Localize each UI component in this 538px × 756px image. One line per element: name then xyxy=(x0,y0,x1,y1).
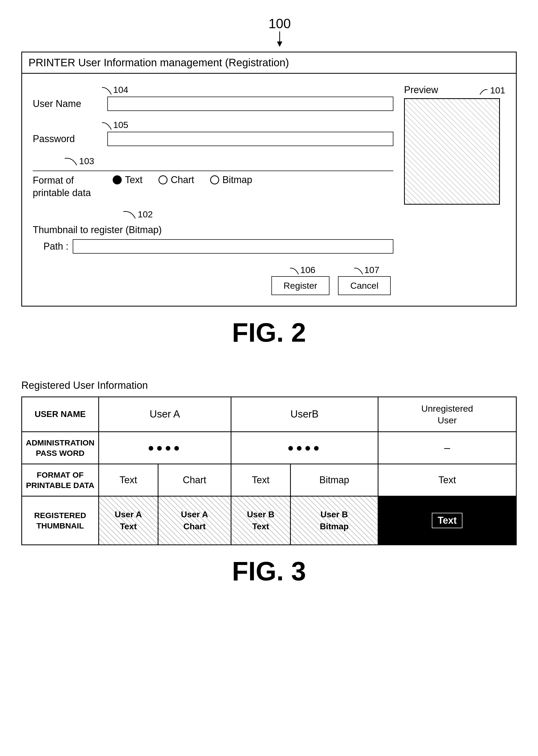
register-button[interactable]: Register xyxy=(271,276,330,295)
user-a-chart-hatch: User AChart xyxy=(158,496,231,544)
username-field-group: 104 User Name xyxy=(33,84,393,111)
preview-box xyxy=(404,98,500,205)
ref-100-label: 100 xyxy=(268,16,291,31)
user-a-text-format: Text xyxy=(98,464,158,496)
user-b-bitmap-format: Bitmap xyxy=(290,464,378,496)
ref-103-curve xyxy=(59,155,81,166)
printer-dialog: PRINTER User Information management (Reg… xyxy=(21,52,517,307)
text-option-label: Text xyxy=(125,174,142,185)
chart-option-label: Chart xyxy=(171,174,194,185)
col-header-username: USER NAME xyxy=(22,397,99,432)
svg-marker-1 xyxy=(277,41,282,47)
ref-106-curve xyxy=(285,265,301,275)
ref-104: 104 xyxy=(113,85,129,95)
user-b-text-label: User BText xyxy=(247,508,274,533)
unregistered-black-cell: Text xyxy=(378,496,516,544)
thumbnail-row-header: REGISTEREDTHUMBNAIL xyxy=(22,496,99,545)
format-text-option[interactable]: Text xyxy=(113,174,142,185)
unregistered-password: – xyxy=(378,432,516,464)
bitmap-radio[interactable] xyxy=(210,175,219,184)
user-b-bitmap-label: User BBitmap xyxy=(320,508,349,533)
thumbnail-label: Thumbnail to register (Bitmap) xyxy=(33,224,393,235)
user-a-text-label: User AText xyxy=(115,508,142,533)
admin-row-header: ADMINISTRATIONPASS WORD xyxy=(22,432,99,464)
fig3-label: FIG. 3 xyxy=(232,556,306,587)
table-thumbnail-row: REGISTEREDTHUMBNAIL User AText User ACha… xyxy=(22,496,516,545)
dialog-title: PRINTER User Information management (Reg… xyxy=(22,52,516,74)
ref-102: 102 xyxy=(138,209,153,219)
password-label: Password xyxy=(33,133,102,145)
ref-104-curve xyxy=(97,84,115,95)
user-b-bitmap-thumbnail: User BBitmap xyxy=(290,496,378,545)
user-a-chart-label: User AChart xyxy=(181,508,208,533)
password-input[interactable] xyxy=(107,132,393,146)
user-b-bitmap-hatch: User BBitmap xyxy=(291,496,378,544)
bitmap-option-label: Bitmap xyxy=(222,174,252,185)
format-options: Text Chart Bitmap xyxy=(113,174,252,185)
user-a-text-thumbnail: User AText xyxy=(98,496,158,545)
user-a-text-hatch: User AText xyxy=(99,496,158,544)
cancel-button[interactable]: Cancel xyxy=(338,276,391,295)
username-input[interactable] xyxy=(107,97,393,111)
col-unregistered: UnregisteredUser xyxy=(378,397,516,432)
format-bitmap-option[interactable]: Bitmap xyxy=(210,174,252,185)
ref-107-curve xyxy=(350,265,365,275)
unregistered-text-format: Text xyxy=(378,464,516,496)
ref-105: 105 xyxy=(113,120,129,130)
user-b-text-thumbnail: User BText xyxy=(231,496,290,545)
unregistered-thumbnail: Text xyxy=(378,496,516,545)
unregistered-text-label: Text xyxy=(432,513,462,528)
format-label: Format of printable data xyxy=(33,174,102,199)
path-row: Path : xyxy=(43,239,393,254)
preview-section: Preview 101 xyxy=(404,84,505,295)
format-section: 103 Format of printable data Text xyxy=(33,155,393,199)
preview-label: Preview xyxy=(404,84,438,96)
col-user-a: User A xyxy=(98,397,231,432)
ref-103: 103 xyxy=(79,156,94,166)
table-format-row: FORMAT OFPRINTABLE DATA Text Chart Text … xyxy=(22,464,516,496)
fig2-label: FIG. 2 xyxy=(232,317,306,348)
text-radio[interactable] xyxy=(113,175,122,184)
user-b-text-format: Text xyxy=(231,464,290,496)
username-label: User Name xyxy=(33,98,102,109)
user-a-password: ●●●● xyxy=(98,432,231,464)
ref-101: 101 xyxy=(490,85,505,96)
user-b-password: ●●●● xyxy=(231,432,378,464)
path-label: Path : xyxy=(43,241,69,252)
fig3-section: Registered User Information USER NAME Us… xyxy=(21,380,517,602)
user-b-text-hatch: User BText xyxy=(232,496,290,544)
ref-105-curve xyxy=(97,119,115,130)
format-chart-option[interactable]: Chart xyxy=(158,174,194,185)
password-field-group: 105 Password xyxy=(33,119,393,146)
user-a-chart-thumbnail: User AChart xyxy=(158,496,231,545)
path-input[interactable] xyxy=(73,239,393,254)
registered-title: Registered User Information xyxy=(21,380,148,391)
chart-radio[interactable] xyxy=(158,175,168,184)
ref-107: 107 xyxy=(364,265,380,275)
col-user-b: UserB xyxy=(231,397,378,432)
registered-info-table: USER NAME User A UserB UnregisteredUser … xyxy=(21,397,517,545)
table-admin-row: ADMINISTRATIONPASS WORD ●●●● ●●●● – xyxy=(22,432,516,464)
fig2-section: 100 PRINTER User Information management … xyxy=(21,16,517,364)
table-header-row: USER NAME User A UserB UnregisteredUser xyxy=(22,397,516,432)
format-row-header: FORMAT OFPRINTABLE DATA xyxy=(22,464,99,496)
user-a-chart-format: Chart xyxy=(158,464,231,496)
thumbnail-section: 102 Thumbnail to register (Bitmap) Path … xyxy=(33,208,393,254)
ref-101-curve xyxy=(477,87,489,96)
arrow-down-icon xyxy=(272,31,288,47)
ref-102-curve xyxy=(118,208,139,219)
ref-106: 106 xyxy=(300,265,315,275)
